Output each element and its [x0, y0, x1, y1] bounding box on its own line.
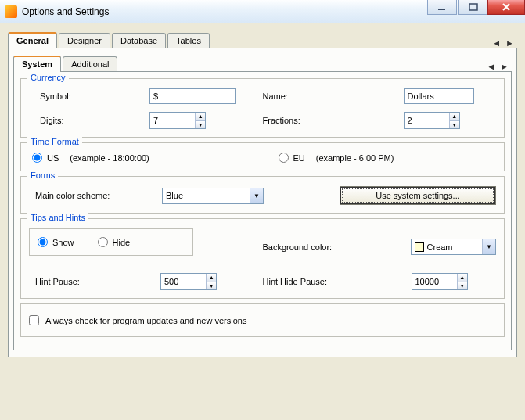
radio-show[interactable]: Show [38, 237, 74, 247]
fractions-spinner[interactable]: ▲▼ [404, 112, 460, 129]
bg-color-value: Cream [427, 242, 453, 252]
window-title: Options and Settings [22, 6, 109, 17]
color-swatch-icon [415, 242, 424, 252]
outer-tab-row: General Designer Database Tables ◄ ► [8, 30, 517, 48]
minimize-button[interactable] [427, 0, 457, 15]
spinner-up-icon[interactable]: ▲ [457, 274, 467, 282]
spinner-down-icon[interactable]: ▼ [206, 282, 216, 290]
radio-hide[interactable]: Hide [98, 237, 131, 247]
group-forms: Forms Main color scheme: Blue ▼ Use syst… [20, 176, 505, 214]
spinner-up-icon[interactable]: ▲ [206, 274, 216, 282]
radio-us-input[interactable] [32, 153, 42, 163]
hint-pause-input[interactable] [161, 274, 206, 289]
app-icon [5, 5, 17, 18]
bg-color-label: Background color: [263, 242, 411, 252]
bg-color-dropdown[interactable]: Cream ▼ [411, 239, 496, 255]
eu-example: (example - 6:00 PM) [316, 153, 394, 163]
window-titlebar: Options and Settings [0, 0, 525, 23]
tab-additional[interactable]: Additional [63, 56, 117, 71]
us-label: US [47, 153, 59, 163]
tab-database[interactable]: Database [112, 33, 166, 48]
outer-tab-next-icon[interactable]: ► [505, 38, 514, 48]
tips-show-hide-box: Show Hide [29, 228, 193, 256]
show-label: Show [52, 238, 74, 247]
digits-input[interactable] [150, 113, 195, 128]
group-currency: Currency Symbol: Name: Digits: [20, 78, 505, 138]
hide-label: Hide [113, 238, 131, 247]
hint-hide-pause-input[interactable] [412, 274, 457, 289]
fractions-input[interactable] [405, 113, 449, 128]
group-updates: Always check for program updates and new… [20, 303, 505, 337]
svg-rect-0 [438, 9, 445, 10]
currency-title: Currency [27, 73, 69, 82]
hint-hide-pause-spinner[interactable]: ▲▼ [412, 273, 468, 290]
spinner-down-icon[interactable]: ▼ [195, 121, 205, 129]
inner-tab-prev-icon[interactable]: ◄ [487, 62, 495, 71]
eu-label: EU [293, 153, 305, 163]
tips-title: Tips and Hints [27, 213, 88, 222]
tab-general[interactable]: General [8, 32, 57, 48]
outer-tab-prev-icon[interactable]: ◄ [492, 38, 501, 48]
group-time-format: Time Format US (example - 18:00:00) EU [20, 142, 505, 171]
digits-spinner[interactable]: ▲▼ [149, 112, 206, 129]
us-example: (example - 18:00:00) [70, 153, 149, 163]
scheme-label: Main color scheme: [29, 191, 162, 200]
symbol-label: Symbol: [40, 92, 149, 101]
updates-label: Always check for program updates and new… [45, 316, 246, 325]
name-input[interactable] [404, 88, 474, 104]
timeformat-title: Time Format [27, 137, 82, 146]
radio-eu[interactable]: EU [279, 153, 305, 163]
inner-tab-row: System Additional ◄ ► [13, 53, 512, 72]
svg-rect-1 [469, 4, 477, 10]
symbol-input[interactable] [149, 88, 236, 104]
spinner-up-icon[interactable]: ▲ [195, 113, 205, 121]
tab-designer[interactable]: Designer [59, 33, 110, 48]
radio-show-input[interactable] [38, 237, 48, 247]
hint-hide-pause-label: Hint Hide Pause: [263, 277, 412, 286]
scheme-value: Blue [166, 191, 183, 200]
hint-pause-label: Hint Pause: [35, 277, 160, 286]
fractions-label: Fractions: [263, 116, 404, 125]
radio-hide-input[interactable] [98, 237, 108, 247]
maximize-button[interactable] [458, 0, 488, 15]
group-tips: Tips and Hints Show Hide [20, 218, 505, 299]
inner-tab-next-icon[interactable]: ► [500, 62, 509, 71]
digits-label: Digits: [40, 116, 149, 125]
radio-eu-input[interactable] [279, 153, 289, 163]
spinner-down-icon[interactable]: ▼ [449, 121, 459, 129]
scheme-dropdown[interactable]: Blue ▼ [162, 188, 264, 204]
spinner-up-icon[interactable]: ▲ [449, 113, 459, 121]
tab-tables[interactable]: Tables [167, 33, 210, 48]
chevron-down-icon[interactable]: ▼ [250, 188, 263, 203]
chevron-down-icon[interactable]: ▼ [482, 239, 495, 254]
use-system-settings-button[interactable]: Use system settings... [340, 186, 496, 205]
forms-title: Forms [27, 171, 58, 180]
close-button[interactable] [487, 0, 525, 15]
hint-pause-spinner[interactable]: ▲▼ [160, 273, 217, 290]
tab-system[interactable]: System [13, 56, 61, 72]
spinner-down-icon[interactable]: ▼ [457, 282, 467, 290]
updates-checkbox[interactable] [29, 315, 39, 325]
name-label: Name: [263, 92, 404, 101]
radio-us[interactable]: US [32, 153, 59, 163]
